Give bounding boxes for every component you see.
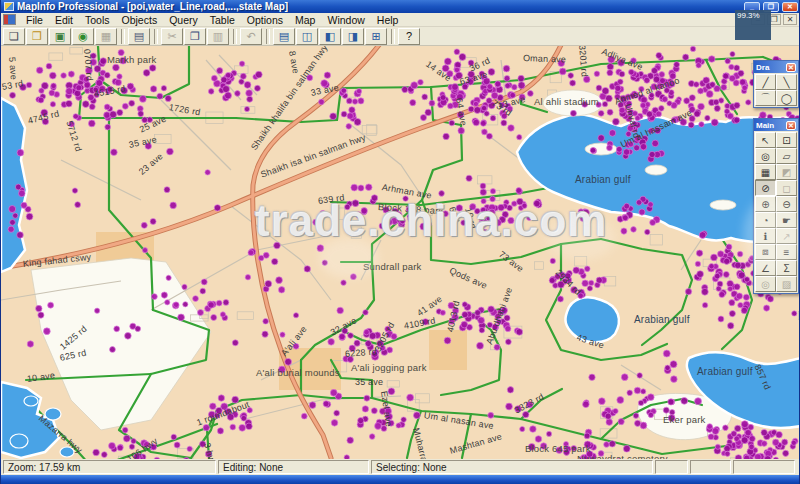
polygon-select-tool-button[interactable]: ▱ xyxy=(776,148,797,164)
taskbar-strip xyxy=(1,475,800,484)
ellipse-tool-tool-button[interactable]: ◯ xyxy=(776,90,797,106)
white-area xyxy=(645,165,667,175)
new-layout-button[interactable]: ◨ xyxy=(342,28,364,45)
line-tool-tool-button[interactable]: ╱ xyxy=(755,74,776,90)
menu-item-query[interactable]: Query xyxy=(163,13,204,27)
new-redistricter-button[interactable]: ⊞ xyxy=(365,28,387,45)
menu-item-file[interactable]: File xyxy=(20,13,49,27)
print-button[interactable]: ▤ xyxy=(128,28,150,45)
menu-item-map[interactable]: Map xyxy=(289,13,321,27)
menu-item-help[interactable]: Help xyxy=(371,13,405,27)
menu-item-table[interactable]: Table xyxy=(204,13,241,27)
layer-control-tool-button[interactable]: ≡ xyxy=(776,244,797,260)
status-cell xyxy=(733,460,795,474)
water-area xyxy=(565,297,618,342)
menu-item-tools[interactable]: Tools xyxy=(79,13,116,27)
pond xyxy=(24,396,38,406)
app-icon xyxy=(4,2,14,11)
marquee-select-tool-button[interactable]: ⊡ xyxy=(776,132,797,148)
main-panel-titlebar[interactable]: Main ✕ xyxy=(754,119,798,131)
invert-selection-tool-button: ◩ xyxy=(776,164,797,180)
drawing-panel-titlebar[interactable]: Dra ✕ xyxy=(754,61,798,73)
progress-overlay: 99.3% xyxy=(735,10,771,40)
toolbar-separator xyxy=(266,29,270,44)
menu-bar: FileEditToolsObjectsQueryTableOptionsMap… xyxy=(1,13,800,27)
pond xyxy=(60,447,74,457)
open-table-button[interactable]: ❒ xyxy=(26,28,48,45)
menu-item-edit[interactable]: Edit xyxy=(49,13,79,27)
status-bar: Zoom: 17.59 kmEditing: NoneSelecting: No… xyxy=(1,459,800,475)
window-title: MapInfo Professional - [poi,water_Line,r… xyxy=(17,1,741,12)
menu-item-options[interactable]: Options xyxy=(241,13,289,27)
mdi-system-icon[interactable] xyxy=(3,14,16,25)
unselect-all-tool-button[interactable]: ⊘ xyxy=(755,180,776,196)
map-canvas[interactable] xyxy=(1,46,800,459)
help-button[interactable]: ? xyxy=(398,28,420,45)
close-icon[interactable]: ✕ xyxy=(786,121,796,130)
pond xyxy=(10,434,28,448)
select-tool-button[interactable]: ↖ xyxy=(755,132,776,148)
paste-button: ▥ xyxy=(207,28,229,45)
status-selecting: Selecting: None xyxy=(371,460,653,474)
zoom-in-tool-button[interactable]: ⊕ xyxy=(755,196,776,212)
save-table-button: ▦ xyxy=(95,28,117,45)
title-bar[interactable]: MapInfo Professional - [poi,water_Line,r… xyxy=(1,0,800,13)
status-zoom: Zoom: 17.59 km xyxy=(3,460,216,474)
main-toolbar-panel: Main ✕ ↖⊡◎▱▦◩⊘◻⊕⊖◔☛ℹ↗⧈≡∠Σ◎▨ xyxy=(753,118,799,294)
new-table-button[interactable]: ❏ xyxy=(3,28,25,45)
white-area xyxy=(710,200,736,210)
toolbar-separator xyxy=(391,29,395,44)
statistics-tool-button[interactable]: Σ xyxy=(776,260,797,276)
new-mapper-button[interactable]: ◫ xyxy=(296,28,318,45)
new-browser-button[interactable]: ▤ xyxy=(273,28,295,45)
close-icon[interactable]: ✕ xyxy=(786,63,796,72)
hotlink-tool-button: ↗ xyxy=(776,228,797,244)
drag-map-window-tool-button[interactable]: ⧈ xyxy=(755,244,776,260)
clip-region-tool-button: ▨ xyxy=(776,276,797,292)
toolbar-separator xyxy=(233,29,237,44)
cut-button: ✂ xyxy=(161,28,183,45)
undo-button: ↶ xyxy=(240,28,262,45)
drawing-toolbar-panel: Dra ✕ ╱╲⌒◯ xyxy=(753,60,799,108)
close-button[interactable]: ✕ xyxy=(782,2,798,12)
open-universal-data-button[interactable]: ◉ xyxy=(72,28,94,45)
status-editing: Editing: None xyxy=(218,460,369,474)
new-grapher-button[interactable]: ◧ xyxy=(319,28,341,45)
mdi-close-button[interactable]: ✕ xyxy=(783,14,797,25)
standard-toolbar: ❏❒▣◉▦▤✂❐▥↶▤◫◧◨⊞? xyxy=(1,27,800,46)
water-area xyxy=(1,98,27,272)
arc-tool-tool-button[interactable]: ⌒ xyxy=(755,90,776,106)
status-cell xyxy=(655,460,688,474)
open-workspace-button[interactable]: ▣ xyxy=(49,28,71,45)
toolbar-separator xyxy=(121,29,125,44)
menu-item-objects[interactable]: Objects xyxy=(116,13,164,27)
menu-item-window[interactable]: Window xyxy=(321,13,370,27)
copy-button[interactable]: ❐ xyxy=(184,28,206,45)
boundary-select-tool-button[interactable]: ▦ xyxy=(755,164,776,180)
toolbar-separator xyxy=(154,29,158,44)
mapinfo-window: MapInfo Professional - [poi,water_Line,r… xyxy=(0,0,800,484)
radius-select-tool-button[interactable]: ◎ xyxy=(755,148,776,164)
pan-tool-button[interactable]: ☛ xyxy=(776,212,797,228)
graphic-select-tool-button: ◻ xyxy=(776,180,797,196)
zoom-out-tool-button[interactable]: ⊖ xyxy=(776,196,797,212)
map-window[interactable]: 5 ave0707 rd8 aveMarkh park53 rd4515 rd1… xyxy=(1,46,800,459)
status-cell xyxy=(690,460,731,474)
ruler-tool-button[interactable]: ∠ xyxy=(755,260,776,276)
land-patch xyxy=(429,330,467,370)
change-view-tool-button[interactable]: ◔ xyxy=(755,212,776,228)
pond xyxy=(45,408,61,420)
info-tool-button[interactable]: ℹ xyxy=(755,228,776,244)
polyline-tool-tool-button[interactable]: ╲ xyxy=(776,74,797,90)
set-target-district-tool-button: ◎ xyxy=(755,276,776,292)
